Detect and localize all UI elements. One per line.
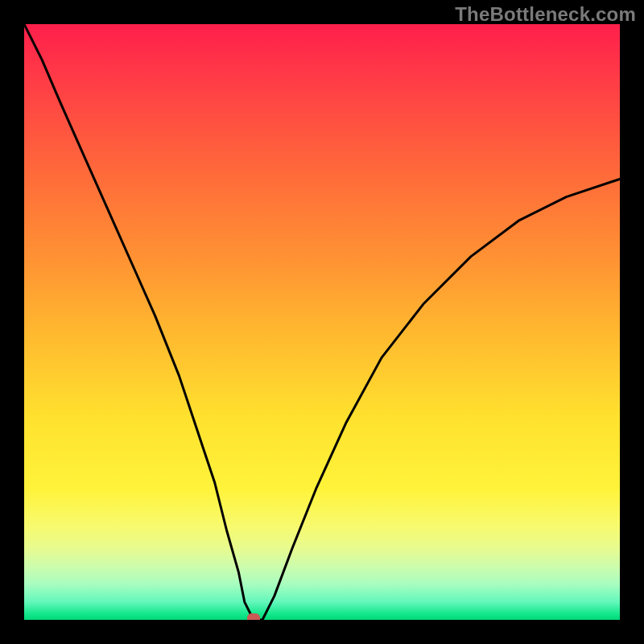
chart-frame: TheBottleneck.com — [0, 0, 644, 644]
bottleneck-curve — [24, 24, 620, 620]
plot-area — [24, 24, 620, 620]
watermark-text: TheBottleneck.com — [455, 3, 636, 26]
minimum-marker — [247, 613, 260, 620]
